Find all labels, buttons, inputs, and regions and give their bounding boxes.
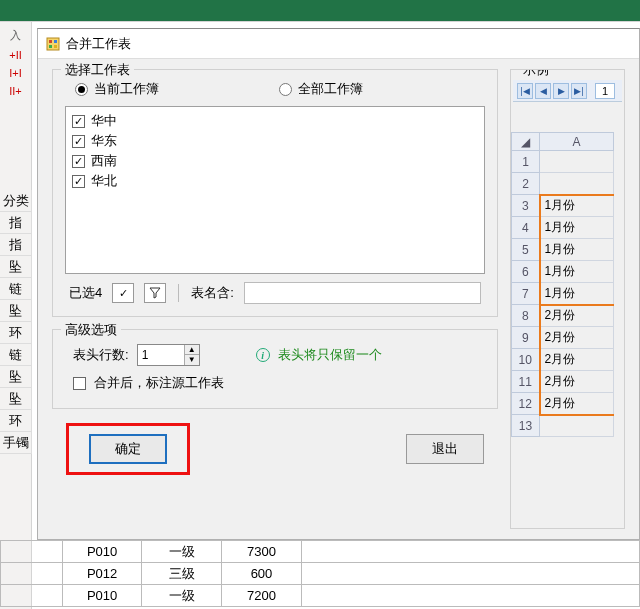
- table-row: P010一级7200: [1, 585, 640, 607]
- cell[interactable]: 2月份: [540, 349, 614, 371]
- nav-next-icon[interactable]: ▶: [553, 83, 569, 99]
- row-header[interactable]: 7: [512, 283, 540, 305]
- checkbox-icon[interactable]: [72, 155, 85, 168]
- cell[interactable]: P012: [62, 563, 142, 585]
- cell[interactable]: 三级: [142, 563, 222, 585]
- example-grid: ◢ A 1231月份41月份51月份61月份71月份82月份92月份102月份1…: [511, 132, 614, 437]
- cell[interactable]: [1, 563, 63, 585]
- underlying-sheet: P010一级7300P012三级600P010一级7200: [0, 540, 640, 607]
- funnel-icon: [149, 287, 161, 299]
- row-header-label: 指: [0, 234, 32, 256]
- cell[interactable]: 一级: [142, 585, 222, 607]
- radio-label: 当前工作簿: [94, 80, 159, 98]
- highlight-box: 确定: [66, 423, 190, 475]
- cell[interactable]: [301, 563, 639, 585]
- cell[interactable]: [540, 415, 614, 437]
- name-contains-input[interactable]: [244, 282, 481, 304]
- cell[interactable]: 一级: [142, 541, 222, 563]
- header-rows-input[interactable]: [138, 345, 184, 365]
- cell[interactable]: 1月份: [540, 195, 614, 217]
- table-row: P012三级600: [1, 563, 640, 585]
- cell[interactable]: 2月份: [540, 393, 614, 415]
- row-header[interactable]: 6: [512, 261, 540, 283]
- mark-source-checkbox[interactable]: [73, 377, 86, 390]
- nav-prev-icon[interactable]: ◀: [535, 83, 551, 99]
- nav-first-icon[interactable]: |◀: [517, 83, 533, 99]
- group-example: 示例 |◀ ◀ ▶ ▶| 1 ◢ A 1231月份41月份51月份61月份71月…: [510, 69, 625, 529]
- mark-source-label: 合并后，标注源工作表: [94, 374, 224, 392]
- cell[interactable]: 1月份: [540, 283, 614, 305]
- cell[interactable]: 7200: [222, 585, 302, 607]
- cell[interactable]: [540, 151, 614, 173]
- group-title: 示例: [519, 69, 553, 79]
- ok-button[interactable]: 确定: [89, 434, 167, 464]
- list-item[interactable]: 西南: [72, 151, 478, 171]
- column-header[interactable]: A: [540, 133, 614, 151]
- radio-icon: [279, 83, 292, 96]
- cell[interactable]: 1月份: [540, 261, 614, 283]
- cell[interactable]: P010: [62, 585, 142, 607]
- cell[interactable]: 2月份: [540, 327, 614, 349]
- merge-sheets-dialog: 合并工作表 选择工作表 当前工作簿 全部工作簿 华中华东西南华北: [37, 28, 640, 540]
- row-header[interactable]: 13: [512, 415, 540, 437]
- list-item[interactable]: 华北: [72, 171, 478, 191]
- row-header-label: 链: [0, 344, 32, 366]
- cell[interactable]: 7300: [222, 541, 302, 563]
- checkbox-icon[interactable]: [72, 135, 85, 148]
- cell[interactable]: 2月份: [540, 305, 614, 327]
- gutter-text: 入: [0, 28, 31, 43]
- select-all-button[interactable]: [112, 283, 134, 303]
- nav-last-icon[interactable]: ▶|: [571, 83, 587, 99]
- list-item[interactable]: 华中: [72, 111, 478, 131]
- row-header-label: 分类: [0, 190, 32, 212]
- spin-down-icon[interactable]: ▼: [185, 355, 199, 365]
- row-header[interactable]: 11: [512, 371, 540, 393]
- cell[interactable]: [301, 585, 639, 607]
- cell[interactable]: 600: [222, 563, 302, 585]
- cell[interactable]: [1, 585, 63, 607]
- gutter-mark: +II: [0, 49, 31, 61]
- list-item[interactable]: 华东: [72, 131, 478, 151]
- cell[interactable]: [1, 541, 63, 563]
- list-item-label: 华东: [91, 131, 117, 151]
- row-header[interactable]: 9: [512, 327, 540, 349]
- cell[interactable]: [301, 541, 639, 563]
- cell[interactable]: 1月份: [540, 239, 614, 261]
- row-header[interactable]: 5: [512, 239, 540, 261]
- row-header[interactable]: 3: [512, 195, 540, 217]
- worksheets-listbox[interactable]: 华中华东西南华北: [65, 106, 485, 274]
- radio-current-workbook[interactable]: 当前工作簿: [75, 80, 159, 98]
- spin-up-icon[interactable]: ▲: [185, 345, 199, 355]
- cell[interactable]: P010: [62, 541, 142, 563]
- select-all-cell[interactable]: ◢: [512, 133, 540, 151]
- cell[interactable]: [540, 173, 614, 195]
- group-advanced: 高级选项 表头行数: ▲ ▼ i 表头将只保留一个: [52, 329, 498, 409]
- row-header-label: 环: [0, 410, 32, 432]
- row-header-strip: 分类 指 指 坠 链 坠 环 链 坠 坠 环 手镯: [0, 190, 32, 454]
- row-header-label: 环: [0, 322, 32, 344]
- info-icon: i: [256, 348, 270, 362]
- sheet-tab[interactable]: 1: [595, 83, 615, 99]
- divider: [178, 284, 179, 302]
- row-header[interactable]: 10: [512, 349, 540, 371]
- radio-all-workbooks[interactable]: 全部工作簿: [279, 80, 363, 98]
- row-header[interactable]: 12: [512, 393, 540, 415]
- header-rows-spinner[interactable]: ▲ ▼: [137, 344, 200, 366]
- cell[interactable]: 2月份: [540, 371, 614, 393]
- cell[interactable]: 1月份: [540, 217, 614, 239]
- row-header-label: 指: [0, 212, 32, 234]
- row-header[interactable]: 2: [512, 173, 540, 195]
- group-title: 高级选项: [61, 321, 121, 339]
- table-row: P010一级7300: [1, 541, 640, 563]
- dialog-titlebar[interactable]: 合并工作表: [38, 29, 639, 59]
- checkbox-icon[interactable]: [72, 115, 85, 128]
- row-header[interactable]: 8: [512, 305, 540, 327]
- svg-rect-2: [54, 40, 57, 43]
- row-header[interactable]: 4: [512, 217, 540, 239]
- header-rows-label: 表头行数:: [73, 346, 129, 364]
- filter-button[interactable]: [144, 283, 166, 303]
- checkbox-icon[interactable]: [72, 175, 85, 188]
- row-header[interactable]: 1: [512, 151, 540, 173]
- svg-rect-4: [54, 45, 57, 48]
- exit-button[interactable]: 退出: [406, 434, 484, 464]
